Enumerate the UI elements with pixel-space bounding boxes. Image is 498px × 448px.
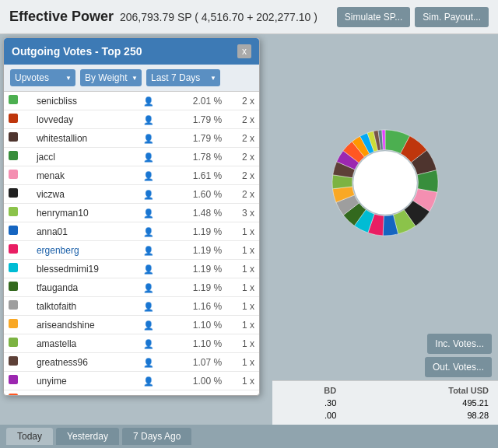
user-icon: 👤 xyxy=(143,190,154,199)
modal-close-button[interactable]: x xyxy=(237,44,251,58)
vote-mult: 2 x xyxy=(226,129,259,148)
vote-name-cell[interactable]: jaccl xyxy=(32,148,139,166)
user-name-link[interactable]: talktofaith xyxy=(37,301,76,312)
user-name-link[interactable]: jaccl xyxy=(37,152,55,163)
filter-period-select[interactable]: Last 7 Days Last 30 Days All Time xyxy=(146,69,220,86)
vote-color-cell xyxy=(4,372,32,390)
color-dot xyxy=(9,319,18,328)
vote-mult: 1 x xyxy=(226,316,259,334)
vote-name-cell[interactable]: talktofaith xyxy=(32,297,139,316)
vote-mult: 1 x xyxy=(226,260,259,278)
color-dot xyxy=(9,282,18,291)
user-name-link[interactable]: anna01 xyxy=(37,226,68,237)
bottom-tabs: Today Yesterday 7 Days Ago xyxy=(0,425,498,448)
color-dot xyxy=(9,170,18,179)
user-name-link[interactable]: ergenberg xyxy=(37,245,79,256)
inc-votes-button[interactable]: Inc. Votes... xyxy=(427,334,492,354)
vote-icon-cell: 👤 xyxy=(139,316,169,334)
vote-name-cell[interactable]: greatness96 xyxy=(32,353,139,372)
sim-payout-button[interactable]: Sim. Payout... xyxy=(415,7,489,27)
vote-name-cell[interactable]: anna01 xyxy=(32,222,139,241)
vote-color-cell xyxy=(4,166,32,185)
table-row: greatness96 👤 1.07 % 1 x xyxy=(4,353,259,372)
vote-pct: 1.19 % xyxy=(169,241,226,260)
vote-mult: 2 x xyxy=(226,185,259,204)
user-name-link[interactable]: whitestallion xyxy=(37,133,87,144)
user-name-link[interactable]: senicbliss xyxy=(37,96,77,107)
vote-name-cell[interactable]: lovveday xyxy=(32,110,139,129)
vote-pct: 1.19 % xyxy=(169,278,226,297)
table-row: lovveday 👤 1.79 % 2 x xyxy=(4,110,259,129)
vote-name-cell[interactable]: ariseandshine xyxy=(32,316,139,334)
vote-pct: 2.01 % xyxy=(169,92,226,110)
table-row: viczwa 👤 1.60 % 2 x xyxy=(4,185,259,204)
tab-yesterday[interactable]: Yesterday xyxy=(56,428,119,445)
vote-icon-cell: 👤 xyxy=(139,372,169,390)
vote-mult: 1 x xyxy=(226,222,259,241)
vote-mult: 1 x xyxy=(226,278,259,297)
user-name-link[interactable]: greatness96 xyxy=(37,357,88,368)
out-votes-button[interactable]: Out. Votes... xyxy=(425,357,492,377)
user-name-link[interactable]: unyime xyxy=(37,376,67,387)
vote-color-cell xyxy=(4,241,32,260)
vote-icon-cell: 👤 xyxy=(139,129,169,148)
vote-mult: 1 x xyxy=(226,297,259,316)
vote-color-cell xyxy=(4,390,32,396)
vote-icon-cell: 👤 xyxy=(139,241,169,260)
simulate-sp-button[interactable]: Simulate SP... xyxy=(337,7,410,27)
modal-header: Outgoing Votes - Top 250 x xyxy=(4,38,259,65)
table-row: anna01 👤 1.19 % 1 x xyxy=(4,222,259,241)
color-dot xyxy=(9,244,18,254)
vote-icon-cell: 👤 xyxy=(139,185,169,204)
user-name-link[interactable]: peperaina xyxy=(37,394,78,396)
user-name-link[interactable]: viczwa xyxy=(37,189,65,200)
vote-name-cell[interactable]: senicbliss xyxy=(32,92,139,110)
color-dot xyxy=(9,356,18,366)
user-name-link[interactable]: tfauganda xyxy=(37,282,78,293)
vote-pct: 1.19 % xyxy=(169,222,226,241)
vote-color-cell xyxy=(4,297,32,316)
vote-name-cell[interactable]: blessedmimi19 xyxy=(32,260,139,278)
user-name-link[interactable]: blessedmimi19 xyxy=(37,264,99,275)
user-icon: 👤 xyxy=(143,395,154,396)
right-panel: Inc. Votes... Out. Votes... BD Total USD… xyxy=(272,34,498,425)
vote-name-cell[interactable]: ergenberg xyxy=(32,241,139,260)
stats-row1-val2: 495.21 xyxy=(339,397,492,409)
effective-power-value: 206,793.79 SP ( 4,516.70 + 202,277.10 ) xyxy=(120,11,337,23)
table-row: blessedmimi19 👤 1.19 % 1 x xyxy=(4,260,259,278)
vote-name-cell[interactable]: peperaina xyxy=(32,390,139,396)
top-bar: Effective Power 206,793.79 SP ( 4,516.70… xyxy=(0,0,498,34)
filter-type-select[interactable]: Upvotes Downvotes All xyxy=(10,69,75,86)
vote-mult: 3 x xyxy=(226,204,259,222)
vote-name-cell[interactable]: viczwa xyxy=(32,185,139,204)
color-dot xyxy=(9,188,18,198)
vote-name-cell[interactable]: henryman10 xyxy=(32,204,139,222)
vote-color-cell xyxy=(4,204,32,222)
vote-pct: 1.60 % xyxy=(169,185,226,204)
filter-period-wrapper: Last 7 Days Last 30 Days All Time xyxy=(146,69,220,86)
user-name-link[interactable]: henryman10 xyxy=(37,208,89,219)
user-name-link[interactable]: amastella xyxy=(37,338,76,349)
vote-name-cell[interactable]: whitestallion xyxy=(32,129,139,148)
tab-today[interactable]: Today xyxy=(6,428,53,445)
vote-name-cell[interactable]: amastella xyxy=(32,334,139,353)
color-dot xyxy=(9,226,18,235)
table-row: talktofaith 👤 1.16 % 1 x xyxy=(4,297,259,316)
user-name-link[interactable]: lovveday xyxy=(37,114,73,125)
modal-title: Outgoing Votes - Top 250 xyxy=(12,45,142,58)
vote-name-cell[interactable]: menak xyxy=(32,166,139,185)
filter-type-wrapper: Upvotes Downvotes All xyxy=(10,69,75,86)
vote-color-cell xyxy=(4,260,32,278)
color-dot xyxy=(9,338,18,347)
user-icon: 👤 xyxy=(143,208,154,218)
stats-col2-header: Total USD xyxy=(339,384,492,397)
vote-icon-cell: 👤 xyxy=(139,297,169,316)
vote-name-cell[interactable]: tfauganda xyxy=(32,278,139,297)
user-icon: 👤 xyxy=(143,171,154,180)
user-name-link[interactable]: menak xyxy=(37,170,65,181)
user-icon: 👤 xyxy=(143,96,154,106)
tab-seven-days[interactable]: 7 Days Ago xyxy=(122,428,191,445)
filter-weight-select[interactable]: By Weight By Count xyxy=(80,69,142,86)
vote-name-cell[interactable]: unyime xyxy=(32,372,139,390)
user-name-link[interactable]: ariseandshine xyxy=(37,320,95,331)
